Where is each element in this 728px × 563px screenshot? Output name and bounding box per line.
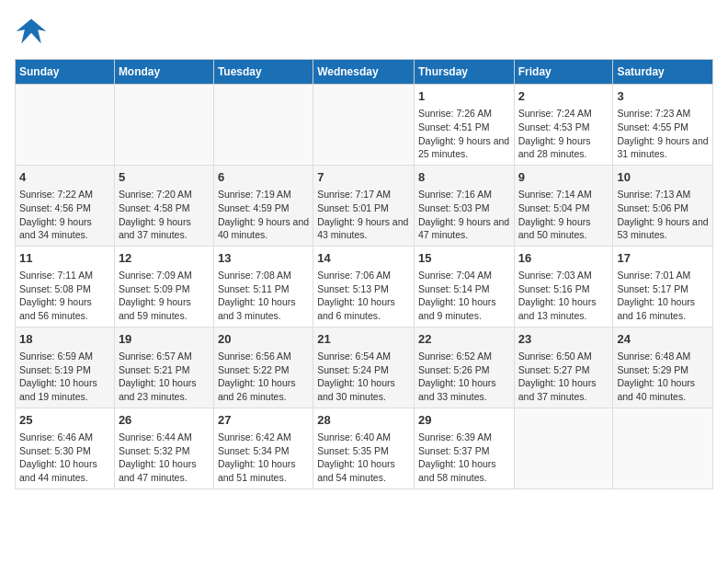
calendar-cell: 29Sunrise: 6:39 AM Sunset: 5:37 PM Dayli… (414, 408, 514, 488)
header-cell-friday: Friday (514, 60, 613, 85)
calendar-cell: 15Sunrise: 7:04 AM Sunset: 5:14 PM Dayli… (414, 246, 514, 327)
calendar-cell: 25Sunrise: 6:46 AM Sunset: 5:30 PM Dayli… (16, 408, 115, 488)
day-number: 25 (19, 412, 110, 429)
day-number: 15 (418, 250, 510, 267)
day-number: 26 (119, 412, 210, 429)
day-number: 1 (418, 88, 510, 105)
calendar-cell: 24Sunrise: 6:48 AM Sunset: 5:29 PM Dayli… (613, 327, 713, 408)
day-number: 22 (418, 331, 510, 348)
day-info: Sunrise: 7:13 AM Sunset: 5:06 PM Dayligh… (617, 188, 709, 242)
calendar-week-4: 18Sunrise: 6:59 AM Sunset: 5:19 PM Dayli… (16, 327, 713, 408)
calendar-cell (16, 85, 115, 166)
day-number: 21 (317, 331, 410, 348)
day-number: 13 (218, 250, 309, 267)
day-info: Sunrise: 7:14 AM Sunset: 5:04 PM Dayligh… (518, 188, 609, 242)
day-info: Sunrise: 6:46 AM Sunset: 5:30 PM Dayligh… (19, 431, 110, 485)
calendar-cell: 21Sunrise: 6:54 AM Sunset: 5:24 PM Dayli… (313, 327, 415, 408)
day-number: 14 (317, 250, 410, 267)
day-info: Sunrise: 6:48 AM Sunset: 5:29 PM Dayligh… (617, 350, 709, 404)
day-number: 29 (418, 412, 510, 429)
calendar-cell: 6Sunrise: 7:19 AM Sunset: 4:59 PM Daylig… (213, 165, 313, 246)
svg-marker-0 (17, 19, 46, 44)
header-cell-wednesday: Wednesday (313, 60, 415, 85)
day-info: Sunrise: 6:42 AM Sunset: 5:34 PM Dayligh… (218, 431, 309, 485)
day-info: Sunrise: 6:54 AM Sunset: 5:24 PM Dayligh… (317, 350, 410, 404)
day-info: Sunrise: 6:40 AM Sunset: 5:35 PM Dayligh… (317, 431, 410, 485)
header-cell-monday: Monday (114, 60, 213, 85)
day-number: 23 (518, 331, 609, 348)
day-number: 8 (418, 169, 510, 186)
logo-icon (15, 15, 48, 48)
calendar-week-3: 11Sunrise: 7:11 AM Sunset: 5:08 PM Dayli… (16, 246, 713, 327)
day-info: Sunrise: 7:09 AM Sunset: 5:09 PM Dayligh… (119, 269, 210, 323)
day-number: 9 (518, 169, 609, 186)
calendar-cell: 3Sunrise: 7:23 AM Sunset: 4:55 PM Daylig… (613, 85, 713, 166)
day-number: 7 (317, 169, 410, 186)
calendar-cell: 4Sunrise: 7:22 AM Sunset: 4:56 PM Daylig… (16, 165, 115, 246)
page-header (15, 15, 713, 48)
calendar-cell: 17Sunrise: 7:01 AM Sunset: 5:17 PM Dayli… (613, 246, 713, 327)
calendar-cell (213, 85, 313, 166)
calendar-cell: 22Sunrise: 6:52 AM Sunset: 5:26 PM Dayli… (414, 327, 514, 408)
day-info: Sunrise: 7:03 AM Sunset: 5:16 PM Dayligh… (518, 269, 609, 323)
day-info: Sunrise: 7:06 AM Sunset: 5:13 PM Dayligh… (317, 269, 410, 323)
day-info: Sunrise: 7:17 AM Sunset: 5:01 PM Dayligh… (317, 188, 410, 242)
calendar-cell: 12Sunrise: 7:09 AM Sunset: 5:09 PM Dayli… (114, 246, 213, 327)
day-number: 17 (617, 250, 709, 267)
calendar-cell (514, 408, 613, 488)
day-number: 16 (518, 250, 609, 267)
day-info: Sunrise: 6:57 AM Sunset: 5:21 PM Dayligh… (119, 350, 210, 404)
logo (15, 15, 51, 48)
calendar-cell: 20Sunrise: 6:56 AM Sunset: 5:22 PM Dayli… (213, 327, 313, 408)
calendar-cell (313, 85, 415, 166)
calendar-cell: 23Sunrise: 6:50 AM Sunset: 5:27 PM Dayli… (514, 327, 613, 408)
day-number: 5 (119, 169, 210, 186)
day-info: Sunrise: 7:22 AM Sunset: 4:56 PM Dayligh… (19, 188, 110, 242)
day-info: Sunrise: 6:50 AM Sunset: 5:27 PM Dayligh… (518, 350, 609, 404)
day-info: Sunrise: 7:19 AM Sunset: 4:59 PM Dayligh… (218, 188, 309, 242)
day-info: Sunrise: 7:01 AM Sunset: 5:17 PM Dayligh… (617, 269, 709, 323)
day-info: Sunrise: 6:44 AM Sunset: 5:32 PM Dayligh… (119, 431, 210, 485)
day-info: Sunrise: 6:52 AM Sunset: 5:26 PM Dayligh… (418, 350, 510, 404)
day-number: 2 (518, 88, 609, 105)
day-info: Sunrise: 6:39 AM Sunset: 5:37 PM Dayligh… (418, 431, 510, 485)
calendar-cell: 2Sunrise: 7:24 AM Sunset: 4:53 PM Daylig… (514, 85, 613, 166)
day-info: Sunrise: 6:56 AM Sunset: 5:22 PM Dayligh… (218, 350, 309, 404)
day-number: 10 (617, 169, 709, 186)
calendar-cell: 10Sunrise: 7:13 AM Sunset: 5:06 PM Dayli… (613, 165, 713, 246)
calendar-cell: 26Sunrise: 6:44 AM Sunset: 5:32 PM Dayli… (114, 408, 213, 488)
calendar-cell: 9Sunrise: 7:14 AM Sunset: 5:04 PM Daylig… (514, 165, 613, 246)
day-number: 28 (317, 412, 410, 429)
day-number: 12 (119, 250, 210, 267)
calendar-cell: 28Sunrise: 6:40 AM Sunset: 5:35 PM Dayli… (313, 408, 415, 488)
calendar-week-1: 1Sunrise: 7:26 AM Sunset: 4:51 PM Daylig… (16, 85, 713, 166)
day-number: 6 (218, 169, 309, 186)
calendar-table: SundayMondayTuesdayWednesdayThursdayFrid… (15, 59, 713, 489)
calendar-cell: 11Sunrise: 7:11 AM Sunset: 5:08 PM Dayli… (16, 246, 115, 327)
header-cell-thursday: Thursday (414, 60, 514, 85)
calendar-cell: 1Sunrise: 7:26 AM Sunset: 4:51 PM Daylig… (414, 85, 514, 166)
day-number: 19 (119, 331, 210, 348)
calendar-cell: 27Sunrise: 6:42 AM Sunset: 5:34 PM Dayli… (213, 408, 313, 488)
day-number: 4 (19, 169, 110, 186)
day-info: Sunrise: 6:59 AM Sunset: 5:19 PM Dayligh… (19, 350, 110, 404)
calendar-body: 1Sunrise: 7:26 AM Sunset: 4:51 PM Daylig… (16, 85, 713, 489)
calendar-cell: 16Sunrise: 7:03 AM Sunset: 5:16 PM Dayli… (514, 246, 613, 327)
header-cell-sunday: Sunday (16, 60, 115, 85)
day-info: Sunrise: 7:11 AM Sunset: 5:08 PM Dayligh… (19, 269, 110, 323)
calendar-cell: 13Sunrise: 7:08 AM Sunset: 5:11 PM Dayli… (213, 246, 313, 327)
day-info: Sunrise: 7:24 AM Sunset: 4:53 PM Dayligh… (518, 107, 609, 161)
header-cell-saturday: Saturday (613, 60, 713, 85)
calendar-cell: 8Sunrise: 7:16 AM Sunset: 5:03 PM Daylig… (414, 165, 514, 246)
calendar-cell: 7Sunrise: 7:17 AM Sunset: 5:01 PM Daylig… (313, 165, 415, 246)
day-number: 27 (218, 412, 309, 429)
day-number: 11 (19, 250, 110, 267)
day-number: 3 (617, 88, 709, 105)
calendar-week-5: 25Sunrise: 6:46 AM Sunset: 5:30 PM Dayli… (16, 408, 713, 488)
day-info: Sunrise: 7:23 AM Sunset: 4:55 PM Dayligh… (617, 107, 709, 161)
day-info: Sunrise: 7:20 AM Sunset: 4:58 PM Dayligh… (119, 188, 210, 242)
day-number: 18 (19, 331, 110, 348)
header-cell-tuesday: Tuesday (213, 60, 313, 85)
calendar-cell: 14Sunrise: 7:06 AM Sunset: 5:13 PM Dayli… (313, 246, 415, 327)
day-info: Sunrise: 7:04 AM Sunset: 5:14 PM Dayligh… (418, 269, 510, 323)
